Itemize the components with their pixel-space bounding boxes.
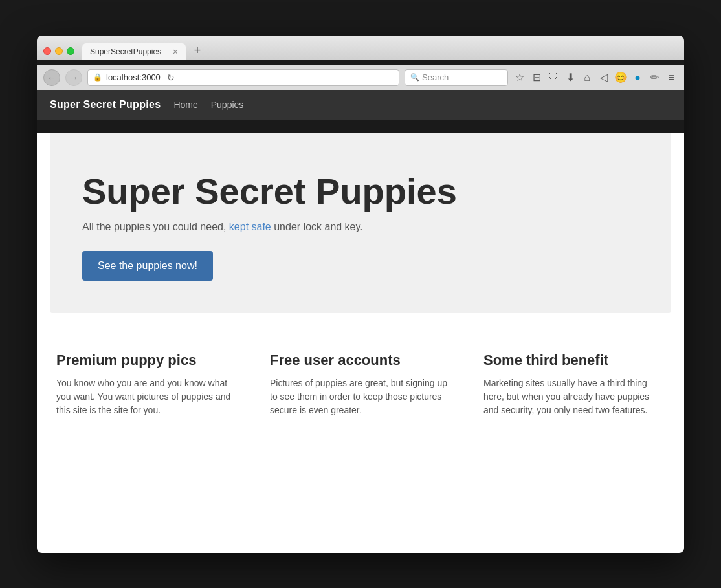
tab-title: SuperSecretPuppies xyxy=(90,47,168,56)
new-tab-button[interactable]: + xyxy=(188,42,206,60)
feature-title-1: Premium puppy pics xyxy=(56,352,238,369)
search-placeholder-text: Search xyxy=(422,72,449,82)
home-icon[interactable]: ⌂ xyxy=(581,72,593,83)
app-navbar: Super Secret Puppies Home Puppies xyxy=(37,90,684,120)
hero-subtitle: All the puppies you could need, kept saf… xyxy=(82,221,639,233)
hero-title: Super Secret Puppies xyxy=(82,171,639,212)
browser-toolbar: ← → 🔒 localhost:3000 ↻ 🔍 Search ☆ ⊟ 🛡 ⬇ … xyxy=(37,65,684,90)
feature-desc-1: You know who you are and you know what y… xyxy=(56,376,238,417)
close-button[interactable] xyxy=(43,47,51,55)
browser-window: SuperSecretPuppies × + ← → 🔒 localhost:3… xyxy=(37,36,684,553)
minimize-button[interactable] xyxy=(55,47,63,55)
maximize-button[interactable] xyxy=(67,47,74,55)
address-text: localhost:3000 xyxy=(106,72,161,82)
menu-icon[interactable]: ≡ xyxy=(665,72,678,83)
browser-tab[interactable]: SuperSecretPuppies × xyxy=(82,43,186,60)
nav-link-puppies[interactable]: Puppies xyxy=(211,100,244,110)
lock-icon: 🔒 xyxy=(93,73,102,82)
search-bar[interactable]: 🔍 Search xyxy=(405,69,508,86)
feature-desc-2: Pictures of puppies are great, but signi… xyxy=(270,376,451,417)
feature-desc-3: Marketing sites usually have a third thi… xyxy=(483,376,665,417)
feature-item-1: Premium puppy pics You know who you are … xyxy=(50,345,244,424)
hero-subtitle-text2: under lock and key. xyxy=(271,221,363,232)
feature-title-2: Free user accounts xyxy=(270,352,451,369)
traffic-lights xyxy=(43,47,74,55)
search-icon: 🔍 xyxy=(410,73,419,82)
shield-icon[interactable]: 🛡 xyxy=(547,72,560,83)
titlebar: SuperSecretPuppies × + xyxy=(43,42,678,60)
tab-bar: SuperSecretPuppies × + xyxy=(82,42,206,60)
hero-section: Super Secret Puppies All the puppies you… xyxy=(50,133,671,314)
app-brand[interactable]: Super Secret Puppies xyxy=(50,99,161,111)
hero-subtitle-text1: All the puppies you could need, xyxy=(82,221,229,232)
emoji-icon[interactable]: 😊 xyxy=(614,71,627,83)
pocket-icon[interactable]: ⊟ xyxy=(530,71,543,83)
feature-item-3: Some third benefit Marketing sites usual… xyxy=(477,345,671,424)
feature-item-2: Free user accounts Pictures of puppies a… xyxy=(263,345,458,424)
reload-button[interactable]: ↻ xyxy=(167,72,175,83)
browser-chrome: SuperSecretPuppies × + xyxy=(37,36,684,60)
download-icon[interactable]: ⬇ xyxy=(564,71,577,83)
cta-button[interactable]: See the puppies now! xyxy=(82,251,213,281)
feature-title-3: Some third benefit xyxy=(483,352,665,369)
hero-subtitle-highlight: kept safe xyxy=(229,221,271,232)
sync-icon[interactable]: ● xyxy=(631,72,644,83)
forward-button[interactable]: → xyxy=(65,69,82,86)
bookmark-icon[interactable]: ☆ xyxy=(513,71,526,83)
address-bar[interactable]: 🔒 localhost:3000 ↻ xyxy=(87,69,399,86)
back-button[interactable]: ← xyxy=(43,69,60,86)
developer-icon[interactable]: ✏ xyxy=(648,71,661,83)
page-content: Super Secret Puppies All the puppies you… xyxy=(37,133,684,553)
nav-link-home[interactable]: Home xyxy=(173,100,197,110)
toolbar-icons: ☆ ⊟ 🛡 ⬇ ⌂ ◁ 😊 ● ✏ ≡ xyxy=(513,71,678,83)
tab-close-button[interactable]: × xyxy=(173,47,178,56)
features-section: Premium puppy pics You know who you are … xyxy=(37,326,684,450)
send-icon[interactable]: ◁ xyxy=(597,71,610,83)
